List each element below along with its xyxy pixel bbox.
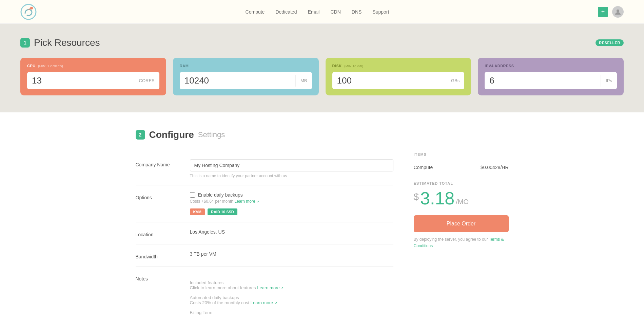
nav-cdn[interactable]: CDN xyxy=(330,9,340,15)
svg-point-1 xyxy=(30,7,33,10)
backup-checkbox-row: Enable daily backups xyxy=(190,192,393,198)
company-name-content: This is a name to identify your partner … xyxy=(190,159,393,178)
notes-row: Notes Included features Click to learn m… xyxy=(136,267,393,327)
disk-value[interactable]: 100 xyxy=(332,72,446,89)
configure-heading: Configure xyxy=(149,129,194,140)
note-backups-link[interactable]: Learn more xyxy=(251,300,273,305)
avatar-button[interactable] xyxy=(612,6,624,18)
two-column-layout: Company Name This is a name to identify … xyxy=(136,152,509,327)
svg-point-0 xyxy=(21,4,36,19)
ram-unit: MB xyxy=(295,75,312,87)
location-row: Location Los Angeles, US xyxy=(136,222,393,244)
terms-pre: By deploying the server, you agree to ou… xyxy=(414,237,488,242)
ram-input-row: 10240 MB xyxy=(180,72,312,89)
options-row: Options Enable daily backups Costs +$0.6… xyxy=(136,185,393,222)
configure-section: 2 Configure Settings Company Name This i… xyxy=(0,112,644,329)
note-backups-title: Automated daily backups xyxy=(190,295,393,300)
ipv4-value[interactable]: 6 xyxy=(485,72,601,89)
backup-learn-link[interactable]: Learn more xyxy=(234,199,255,204)
section2-header: 2 Configure Settings xyxy=(136,129,509,140)
disk-input-row: 100 GBs xyxy=(332,72,465,89)
ram-card: RAM 10240 MB xyxy=(173,58,319,95)
configure-inner: 2 Configure Settings Company Name This i… xyxy=(136,129,509,327)
ram-label: RAM xyxy=(180,64,312,68)
items-label: ITEMS xyxy=(414,152,509,157)
bandwidth-row: Bandwidth 3 TB per VM xyxy=(136,244,393,267)
section1-header: 1 Pick Resources RESELLER xyxy=(20,37,624,48)
note-features-title: Included features xyxy=(190,280,393,285)
total-price: $ 3.18 /MO xyxy=(414,188,509,208)
compute-item-name: Compute xyxy=(414,165,433,170)
backup-label: Enable daily backups xyxy=(198,192,243,198)
compute-item-price: $0.00428/HR xyxy=(481,165,509,170)
notes-content: Included features Click to learn more ab… xyxy=(190,273,393,320)
estimated-label: ESTIMATED TOTAL xyxy=(414,181,509,185)
section1-title: 1 Pick Resources xyxy=(20,37,100,48)
location-label: Location xyxy=(136,229,183,237)
header: Compute Dedicated Email CDN DNS Support … xyxy=(0,0,644,24)
notes-label: Notes xyxy=(136,273,183,281)
bandwidth-content: 3 TB per VM xyxy=(190,251,393,257)
cpu-value[interactable]: 13 xyxy=(27,72,134,89)
pick-resources-section: 1 Pick Resources RESELLER CPU (MIN: 1 CO… xyxy=(0,24,644,112)
ram-value[interactable]: 10240 xyxy=(180,72,295,89)
place-order-button[interactable]: Place Order xyxy=(414,215,509,232)
summary-column: ITEMS Compute $0.00428/HR ESTIMATED TOTA… xyxy=(414,152,509,327)
location-content: Los Angeles, US xyxy=(190,229,393,235)
options-content: Enable daily backups Costs +$0.64 per mo… xyxy=(190,192,393,215)
note-features-link[interactable]: Learn more xyxy=(257,285,279,290)
nav-dedicated[interactable]: Dedicated xyxy=(275,9,297,15)
bandwidth-value: 3 TB per VM xyxy=(190,251,393,257)
compute-line: Compute $0.00428/HR xyxy=(414,162,509,173)
note-features: Included features Click to learn more ab… xyxy=(190,280,393,290)
form-column: Company Name This is a name to identify … xyxy=(136,152,393,327)
step2-badge: 2 xyxy=(136,130,145,140)
main-nav: Compute Dedicated Email CDN DNS Support xyxy=(246,9,389,15)
company-name-label: Company Name xyxy=(136,159,183,167)
nav-support[interactable]: Support xyxy=(372,9,389,15)
disk-sublabel: (MIN 10 GB) xyxy=(344,65,363,68)
ipv4-unit: IPs xyxy=(601,75,617,87)
disk-unit: GBs xyxy=(446,75,464,87)
ipv4-input-row: 6 IPs xyxy=(485,72,617,89)
configure-subtitle: Settings xyxy=(198,130,225,139)
total-per: /MO xyxy=(456,198,469,206)
nav-dns[interactable]: DNS xyxy=(352,9,362,15)
company-name-input[interactable] xyxy=(190,159,393,171)
note-backups-sub: Costs 20% of the monthly cost Learn more… xyxy=(190,300,393,305)
svg-point-2 xyxy=(617,10,619,12)
note-billing-label: Billing Term xyxy=(190,310,393,315)
cpu-input-row: 13 CORES xyxy=(27,72,159,89)
nav-compute[interactable]: Compute xyxy=(246,9,265,15)
cpu-card: CPU (MIN: 1 CORES) 13 CORES xyxy=(20,58,166,95)
add-button[interactable]: + xyxy=(598,7,608,17)
nav-actions: + xyxy=(598,6,624,18)
total-amount: 3.18 xyxy=(420,188,454,208)
disk-card: DISK (MIN 10 GB) 100 GBs xyxy=(326,58,471,95)
resource-cards: CPU (MIN: 1 CORES) 13 CORES RAM 10240 MB… xyxy=(20,58,624,95)
backup-checkbox[interactable] xyxy=(190,192,195,198)
pick-resources-heading: Pick Resources xyxy=(34,37,100,48)
nav-email[interactable]: Email xyxy=(308,9,319,15)
options-label: Options xyxy=(136,192,183,200)
summary-divider xyxy=(414,177,509,177)
bandwidth-label: Bandwidth xyxy=(136,251,183,259)
step1-badge: 1 xyxy=(20,38,30,48)
kvm-tag: KVM xyxy=(190,208,205,215)
company-name-row: Company Name This is a name to identify … xyxy=(136,152,393,185)
cpu-unit: CORES xyxy=(134,75,159,87)
logo xyxy=(20,4,37,20)
disk-label: DISK (MIN 10 GB) xyxy=(332,64,465,68)
ipv4-label: IPV4 ADDRESS xyxy=(485,64,617,68)
backup-sub: Costs +$0.64 per month Learn more ↗ xyxy=(190,199,393,204)
tags: KVM RAID 10 SSD xyxy=(190,208,393,215)
company-name-hint: This is a name to identify your partner … xyxy=(190,173,393,178)
location-value: Los Angeles, US xyxy=(190,229,393,235)
cpu-label: CPU (MIN: 1 CORES) xyxy=(27,64,159,68)
note-billing: Billing Term xyxy=(190,310,393,315)
raid-tag: RAID 10 SSD xyxy=(208,208,237,215)
note-features-pre: Click to learn more about features Learn… xyxy=(190,285,393,290)
note-backups: Automated daily backups Costs 20% of the… xyxy=(190,295,393,305)
cpu-sublabel: (MIN: 1 CORES) xyxy=(38,65,63,68)
ipv4-card: IPV4 ADDRESS 6 IPs xyxy=(478,58,624,95)
